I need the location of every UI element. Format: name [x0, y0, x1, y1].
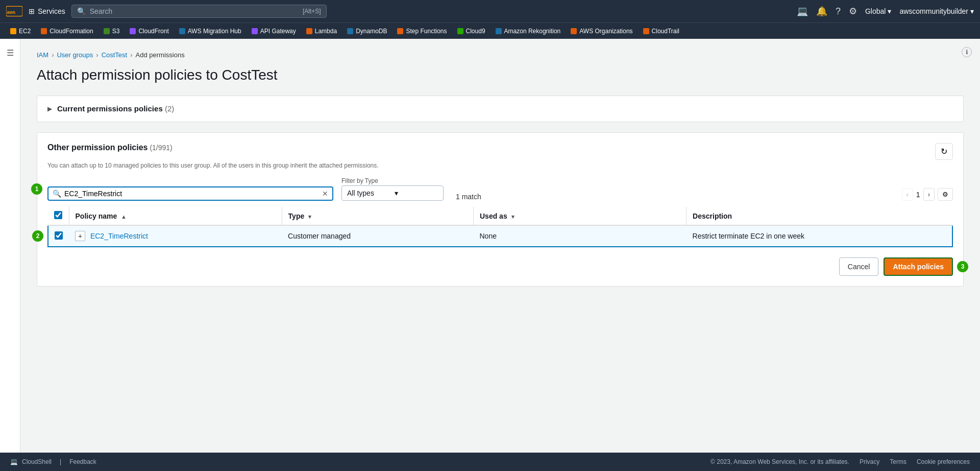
- next-page-button[interactable]: ›: [923, 188, 935, 201]
- shortcut-s3[interactable]: S3: [100, 23, 124, 39]
- filter-by-type-label: Filter by Type: [341, 177, 444, 184]
- shortcut-lambda[interactable]: Lambda: [302, 23, 341, 39]
- ec2-icon: [10, 28, 16, 34]
- row-checkbox[interactable]: [55, 231, 63, 240]
- region-arrow-icon: ▾: [888, 7, 891, 15]
- svg-text:aws: aws: [7, 10, 16, 15]
- current-permissions-card: ▶ Current permissions policies (2): [37, 96, 964, 122]
- privacy-link[interactable]: Privacy: [860, 458, 879, 465]
- type-filter-select[interactable]: All types ▾: [341, 185, 444, 201]
- breadcrumb: IAM › User groups › CostTest › Add permi…: [37, 51, 964, 59]
- breadcrumb-iam[interactable]: IAM: [37, 51, 48, 59]
- table-settings-button[interactable]: ⚙: [938, 188, 953, 201]
- step-functions-icon: [397, 28, 403, 34]
- breadcrumb-cost-test[interactable]: CostTest: [102, 51, 128, 59]
- aws-logo-icon[interactable]: aws: [6, 3, 22, 19]
- policy-used-cell: None: [473, 225, 686, 247]
- match-count: 1 match: [456, 193, 481, 201]
- search-input[interactable]: [90, 7, 299, 15]
- info-icon[interactable]: ℹ: [962, 47, 972, 57]
- region-selector[interactable]: Global ▾: [865, 7, 891, 15]
- clear-search-icon[interactable]: ✕: [322, 190, 328, 198]
- cloudformation-icon: [41, 28, 47, 34]
- cloudshell-icon: 💻: [10, 458, 18, 465]
- search-icon: 🔍: [77, 7, 86, 15]
- breadcrumb-current: Add permissions: [136, 51, 185, 59]
- attach-policies-button[interactable]: Attach policies: [884, 257, 953, 276]
- used-as-header[interactable]: Used as ▾: [473, 207, 686, 225]
- used-sort-icon: ▾: [511, 214, 514, 220]
- sidebar: ☰: [0, 39, 20, 453]
- notifications-icon[interactable]: 🔔: [816, 6, 827, 17]
- description-header: Description: [687, 207, 952, 225]
- step-1-marker: 1: [31, 183, 42, 195]
- shortcut-dynamodb[interactable]: DynamoDB: [343, 23, 391, 39]
- policy-table: Policy name ▲ Type ▾ Used as ▾ Descrip: [47, 207, 953, 247]
- row-checkbox-cell[interactable]: 2: [48, 225, 69, 247]
- cloudshell-label: CloudShell: [22, 458, 52, 465]
- services-menu[interactable]: ⊞ Services: [29, 7, 65, 15]
- dynamodb-icon: [347, 28, 353, 34]
- feedback-link[interactable]: Feedback: [69, 458, 96, 465]
- api-gateway-icon: [252, 28, 258, 34]
- type-filter-arrow-icon: ▾: [395, 189, 438, 197]
- user-arrow-icon: ▾: [970, 7, 974, 15]
- current-permissions-count: (2): [165, 104, 174, 113]
- other-permissions-title: Other permission policies: [47, 143, 148, 152]
- cloud9-icon: [457, 28, 463, 34]
- cookie-preferences-link[interactable]: Cookie preferences: [917, 458, 970, 465]
- select-all-checkbox[interactable]: [54, 211, 62, 219]
- footer: 💻 CloudShell | Feedback © 2023, Amazon W…: [0, 453, 980, 471]
- user-label: awscommunitybuilder: [899, 7, 968, 15]
- policy-name-link[interactable]: EC2_TimeRestrict: [90, 232, 148, 240]
- type-filter-value: All types: [347, 189, 390, 197]
- current-permissions-title: Current permissions policies (2): [57, 104, 174, 113]
- current-permissions-header[interactable]: ▶ Current permissions policies (2): [37, 96, 963, 122]
- cancel-button[interactable]: Cancel: [839, 257, 879, 276]
- breadcrumb-sep-3: ›: [130, 51, 132, 59]
- footer-left: 💻 CloudShell | Feedback: [10, 458, 96, 465]
- policy-name-header[interactable]: Policy name ▲: [69, 207, 282, 225]
- shortcut-api-gateway[interactable]: API Gateway: [248, 23, 300, 39]
- migration-hub-icon: [179, 28, 185, 34]
- policy-search-input[interactable]: [64, 190, 319, 198]
- breadcrumb-user-groups[interactable]: User groups: [57, 51, 93, 59]
- shortcut-cloudfront[interactable]: CloudFront: [126, 23, 173, 39]
- shortcut-bar: EC2 CloudFormation S3 CloudFront AWS Mig…: [0, 22, 980, 39]
- policy-search-wrap[interactable]: 🔍 ✕: [47, 186, 333, 201]
- global-search-bar[interactable]: 🔍 [Alt+S]: [71, 5, 327, 18]
- terms-link[interactable]: Terms: [890, 458, 906, 465]
- user-menu[interactable]: awscommunitybuilder ▾: [899, 7, 974, 15]
- region-label: Global: [865, 7, 886, 15]
- page-title: Attach permission policies to CostTest: [37, 67, 964, 83]
- shortcut-ec2[interactable]: EC2: [6, 23, 35, 39]
- footer-right: © 2023, Amazon Web Services, Inc. or its…: [710, 458, 970, 465]
- prev-page-button[interactable]: ‹: [902, 188, 913, 201]
- other-permissions-count: (1/991): [150, 144, 172, 152]
- help-icon[interactable]: ?: [836, 6, 841, 17]
- shortcut-migration-hub[interactable]: AWS Migration Hub: [175, 23, 246, 39]
- search-shortcut: [Alt+S]: [303, 8, 321, 15]
- expand-row-button[interactable]: +: [75, 231, 85, 241]
- refresh-button[interactable]: ↻: [935, 143, 953, 160]
- shortcut-step-functions[interactable]: Step Functions: [393, 23, 451, 39]
- shortcut-cloud9[interactable]: Cloud9: [453, 23, 489, 39]
- sidebar-toggle-button[interactable]: ☰: [3, 44, 18, 62]
- expand-arrow-icon: ▶: [47, 105, 52, 112]
- copyright-text: © 2023, Amazon Web Services, Inc. or its…: [710, 458, 849, 465]
- search-input-icon: 🔍: [53, 190, 61, 198]
- cloudshell-icon[interactable]: 💻: [797, 6, 808, 17]
- shortcut-rekognition[interactable]: Amazon Rekognition: [492, 23, 565, 39]
- type-sort-icon: ▾: [308, 214, 311, 220]
- type-header[interactable]: Type ▾: [282, 207, 473, 225]
- rekognition-icon: [496, 28, 502, 34]
- policy-expand-cell: + EC2_TimeRestrict: [69, 225, 282, 247]
- shortcut-cloudtrail[interactable]: CloudTrail: [639, 23, 683, 39]
- other-permissions-header: Other permission policies (1/991) ↻: [47, 143, 953, 160]
- shortcut-cloudformation[interactable]: CloudFormation: [37, 23, 97, 39]
- sort-asc-icon: ▲: [121, 214, 127, 220]
- shortcut-organizations[interactable]: AWS Organizations: [567, 23, 636, 39]
- table-row: 2 + EC2_TimeRestrict Customer managed No…: [48, 225, 952, 247]
- step-2-marker: 2: [32, 230, 43, 242]
- settings-icon[interactable]: ⚙: [849, 6, 857, 17]
